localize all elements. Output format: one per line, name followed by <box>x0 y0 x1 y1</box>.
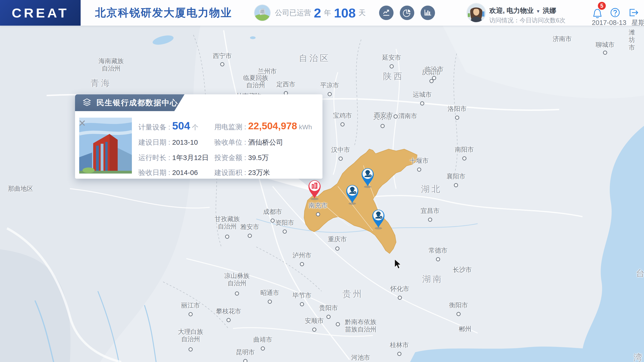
user-avatar[interactable] <box>467 4 486 22</box>
field-power-monitoring: 用电监测 : 22,504,978 kWh <box>214 120 312 132</box>
date-text: 2017-08-13 <box>592 19 626 26</box>
field-accept-date: 验收日期 : 2014-06 <box>138 168 198 178</box>
logout-icon[interactable] <box>628 8 639 18</box>
operating-years: 2 <box>314 5 321 20</box>
popup-banner: 民生银行成都数据中心 <box>75 94 184 111</box>
operating-days-unit: 天 <box>358 8 366 18</box>
logo-text: CREAT <box>12 5 69 20</box>
user-menu[interactable]: 欢迎, 电力物业▼洪娜 <box>489 6 556 15</box>
trend-view-button[interactable] <box>379 6 394 20</box>
operating-days: 108 <box>334 5 356 20</box>
page-title: 北京科锐研发大厦电力物业 <box>95 6 232 20</box>
operating-stats: 公司已运营 2 年 108 天 <box>275 0 366 26</box>
field-accept-unit: 验收单位 : 酒仙桥公司 <box>214 138 283 147</box>
field-run-duration: 运行时长 : 1年3月12日 <box>138 153 209 162</box>
visit-status: 访问情况：今日访问次数6次 <box>489 16 565 24</box>
pie-icon <box>403 8 411 17</box>
layers-icon <box>82 98 92 108</box>
site-info-popup: 民生银行成都数据中心 ✕ 计量设备 : 504 个 <box>75 94 322 179</box>
site-pin-red[interactable] <box>306 178 323 200</box>
site-photo <box>79 118 132 174</box>
logo: CREAT <box>0 0 80 26</box>
date-display: 2017-08-13 星期二 <box>592 18 638 28</box>
worker-pin-blue[interactable] <box>344 183 361 205</box>
field-metering-devices: 计量设备 : 504 个 <box>138 120 198 132</box>
welcome-text: 欢迎, 电力物业 <box>489 7 534 14</box>
field-build-date: 建设日期 : 2013-10 <box>138 138 198 147</box>
operating-years-unit: 年 <box>324 8 331 18</box>
top-header: CREAT 北京科锐研发大厦电力物业 公司已运营 2 年 108 天 <box>0 0 644 26</box>
help-icon[interactable] <box>610 8 620 18</box>
bar-view-button[interactable] <box>420 6 435 20</box>
bars-icon <box>424 8 432 17</box>
dashboard-root: 西宁市海南藏族 自治州青海自治区兰州市临夏回族 自治州定西市甘南藏族 自治州果洛… <box>0 0 644 362</box>
field-investment: 投资金额 : 39.5万 <box>214 153 269 162</box>
building-photo-icon <box>254 5 270 21</box>
user-name: 洪娜 <box>543 7 556 14</box>
company-building-thumb <box>254 5 270 21</box>
pie-view-button[interactable] <box>400 6 414 20</box>
worker-pin-blue[interactable] <box>370 207 387 230</box>
operating-label: 公司已运营 <box>275 8 311 18</box>
weekday-text: 星期二 <box>632 19 644 26</box>
chevron-down-icon[interactable]: ▼ <box>536 9 540 14</box>
popup-title: 民生银行成都数据中心 <box>96 98 178 108</box>
mouse-cursor <box>394 259 402 269</box>
worker-pin-blue[interactable] <box>359 166 376 188</box>
trend-icon <box>382 8 390 17</box>
popup-close-icon[interactable]: ✕ <box>78 118 86 128</box>
field-area: 建设面积 : 23万米 <box>214 168 270 178</box>
notification-badge: 5 <box>598 2 606 10</box>
